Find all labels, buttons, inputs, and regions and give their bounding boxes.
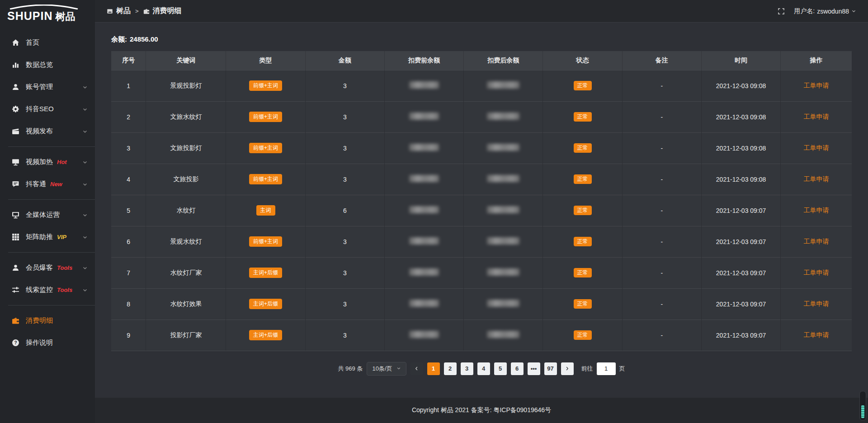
masked-balance-after: [487, 113, 519, 120]
cell-type: 主词+后缀: [226, 320, 305, 351]
cell-amount: 3: [305, 288, 384, 320]
cell-remark: -: [622, 132, 701, 164]
column-header: 序号: [111, 51, 146, 70]
cell-balance-after: [464, 101, 543, 132]
sidebar: SHUPIN 树品 首页数据总览账号管理抖音SEO视频发布视频加热Hot抖客通N…: [0, 0, 95, 423]
ticket-apply-link[interactable]: 工单申请: [804, 238, 829, 245]
cell-status: 正常: [543, 132, 622, 164]
balance: 余额:24856.00: [111, 35, 852, 44]
cell-action: 工单申请: [781, 101, 852, 132]
cell-keyword: 投影灯厂家: [146, 320, 226, 351]
sliders-icon: [12, 286, 20, 294]
type-badge: 主词+后缀: [249, 299, 282, 309]
sidebar-item-3[interactable]: 抖音SEO: [0, 98, 95, 120]
cell-type: 主词+后缀: [226, 288, 305, 320]
vertical-scrollbar[interactable]: [859, 391, 866, 421]
nav-tag: Tools: [57, 264, 72, 271]
sidebar-item-label: 线索监控: [26, 286, 53, 294]
fullscreen-icon[interactable]: [778, 8, 785, 15]
sidebar-item-4[interactable]: 视频发布: [0, 120, 95, 142]
masked-balance-after: [487, 300, 519, 307]
sidebar-item-13[interactable]: 线索监控Tools: [0, 279, 95, 301]
sidebar-item-6[interactable]: 视频加热Hot: [0, 151, 95, 173]
sidebar-item-15[interactable]: 消费明细: [0, 310, 95, 332]
page-button-6[interactable]: 6: [511, 362, 524, 375]
ticket-apply-link[interactable]: 工单申请: [804, 175, 829, 183]
sidebar-divider: [8, 146, 95, 147]
balance-value: 24856.00: [130, 35, 158, 43]
cell-keyword: 景观投影灯: [146, 70, 226, 101]
pagination: 共 969 条 10条/页 123456•••97 前往 页: [111, 362, 852, 376]
cell-status: 正常: [543, 288, 622, 320]
next-page-button[interactable]: [561, 362, 574, 375]
page-button-5[interactable]: 5: [494, 362, 507, 375]
ticket-apply-link[interactable]: 工单申请: [804, 269, 829, 276]
nav-tag: New: [50, 181, 62, 188]
sidebar-item-label: 首页: [26, 38, 39, 47]
cell-status: 正常: [543, 226, 622, 257]
chevron-down-icon: [851, 8, 856, 15]
table-row: 4文旅投影前缀+主词3正常-2021-12-03 09:08工单申请: [111, 164, 852, 195]
masked-balance-after: [487, 237, 519, 244]
page-button-2[interactable]: 2: [444, 362, 457, 375]
sidebar-item-label: 矩阵助推: [26, 233, 53, 241]
page-button-1[interactable]: 1: [427, 362, 440, 375]
cell-balance-before: [384, 101, 463, 132]
cell-action: 工单申请: [781, 320, 852, 351]
page-button-97[interactable]: 97: [544, 362, 557, 375]
page-size-label: 10条/页: [372, 365, 392, 373]
logo: SHUPIN 树品: [0, 0, 95, 27]
page-button-3[interactable]: 3: [461, 362, 473, 375]
column-header: 扣费前余额: [384, 51, 463, 70]
balance-label: 余额:: [111, 35, 127, 43]
more-pages-button[interactable]: •••: [528, 362, 540, 375]
ticket-apply-link[interactable]: 工单申请: [804, 300, 829, 307]
page-button-4[interactable]: 4: [477, 362, 490, 375]
cell-index: 6: [111, 226, 146, 257]
cell-balance-after: [464, 164, 543, 195]
cell-balance-before: [384, 70, 463, 101]
sidebar-item-10[interactable]: 矩阵助推VIP: [0, 226, 95, 248]
wallet-icon: [12, 317, 20, 325]
sidebar-divider: [8, 305, 95, 306]
sidebar-item-2[interactable]: 账号管理: [0, 76, 95, 98]
ticket-apply-link[interactable]: 工单申请: [804, 331, 829, 338]
cell-type: 前缀+主词: [226, 164, 305, 195]
ticket-apply-link[interactable]: 工单申请: [804, 82, 829, 89]
goto-page-input[interactable]: [597, 362, 616, 375]
cell-status: 正常: [543, 70, 622, 101]
sidebar-item-9[interactable]: 全媒体运营: [0, 204, 95, 226]
prev-page-button[interactable]: [410, 362, 423, 375]
ticket-apply-link[interactable]: 工单申请: [804, 113, 829, 120]
masked-balance-before: [409, 81, 439, 89]
sidebar-item-0[interactable]: 首页: [0, 32, 95, 54]
footer: Copyright 树品 2021 备案号: 粤ICP备09019646号: [95, 398, 868, 423]
sidebar-item-label: 会员爆客: [26, 263, 53, 272]
cell-balance-before: [384, 257, 463, 288]
chevron-down-icon: [82, 212, 88, 218]
cell-status: 正常: [543, 320, 622, 351]
ticket-apply-link[interactable]: 工单申请: [804, 207, 829, 214]
ticket-apply-link[interactable]: 工单申请: [804, 144, 829, 151]
page-size-select[interactable]: 10条/页: [367, 362, 406, 376]
table-row: 7水纹灯厂家主词+后缀3正常-2021-12-03 09:07工单申请: [111, 257, 852, 288]
cell-type: 主词+后缀: [226, 257, 305, 288]
table-row: 1景观投影灯前缀+主词3正常-2021-12-03 09:08工单申请: [111, 70, 852, 101]
masked-balance-before: [409, 300, 439, 307]
chevron-down-icon: [396, 365, 401, 372]
breadcrumb-current[interactable]: 消费明细: [143, 6, 182, 16]
sidebar-item-7[interactable]: 抖客通New: [0, 173, 95, 195]
breadcrumb-home[interactable]: 树品: [107, 6, 131, 16]
home-icon: [12, 39, 20, 47]
scrollbar-thumb[interactable]: [861, 405, 864, 418]
sidebar-item-12[interactable]: 会员爆客Tools: [0, 257, 95, 279]
user-menu[interactable]: 用户名: zswodun88: [794, 7, 856, 15]
type-badge: 前缀+主词: [249, 236, 282, 247]
wallet-icon: [143, 8, 150, 14]
cell-type: 前缀+主词: [226, 226, 305, 257]
cell-type: 前缀+主词: [226, 132, 305, 164]
sidebar-item-1[interactable]: 数据总览: [0, 54, 95, 76]
cell-remark: -: [622, 257, 701, 288]
sidebar-item-16[interactable]: ?操作说明: [0, 332, 95, 354]
cell-index: 2: [111, 101, 146, 132]
